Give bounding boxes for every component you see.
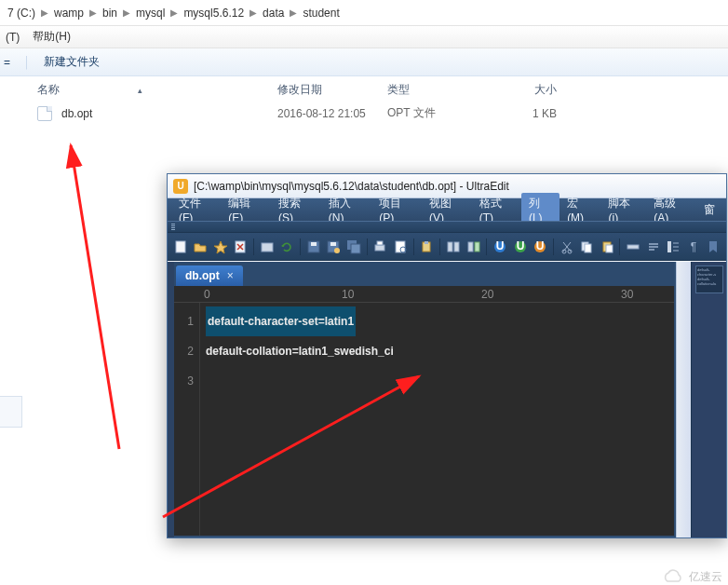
svg-rect-33 xyxy=(627,245,639,249)
cut-icon[interactable] xyxy=(558,238,576,256)
ue-blue-icon[interactable]: U xyxy=(491,238,509,256)
svg-marker-1 xyxy=(214,241,227,253)
crumb-mysqlver[interactable]: mysql5.6.12 xyxy=(180,7,248,20)
ue-title-text: [C:\wamp\bin\mysql\mysql5.6.12\data\stud… xyxy=(194,180,509,193)
explorer-menubar: (T) 帮助(H) xyxy=(0,26,728,48)
save-as-icon[interactable] xyxy=(325,238,344,256)
crumb-student[interactable]: student xyxy=(299,7,343,20)
ue-orange-icon[interactable]: U xyxy=(531,238,549,256)
print-preview-icon[interactable] xyxy=(391,238,410,256)
open-file-icon[interactable] xyxy=(192,238,210,256)
ue-green-icon[interactable]: U xyxy=(511,238,530,256)
crumb-wamp[interactable]: wamp xyxy=(50,7,88,20)
vertical-scrollbar[interactable] xyxy=(676,262,691,537)
svg-rect-0 xyxy=(176,241,185,252)
col-name[interactable]: 名称 xyxy=(37,82,60,98)
file-tab-dbopt[interactable]: db.opt × xyxy=(176,265,243,286)
cloud-icon xyxy=(661,568,685,585)
crumb-mysql[interactable]: mysql xyxy=(132,7,169,20)
menu-help[interactable]: 帮助(H) xyxy=(29,27,74,47)
column-headers[interactable]: 名称▴ 修改日期 类型 大小 xyxy=(0,76,728,102)
svg-rect-30 xyxy=(585,244,591,252)
spaces-icon[interactable]: ¶ xyxy=(684,238,703,256)
svg-rect-17 xyxy=(448,242,452,252)
copy-icon[interactable] xyxy=(577,238,596,256)
linenum-icon[interactable] xyxy=(664,238,682,256)
code-line-1[interactable]: default-character-set=latin1 xyxy=(206,306,356,336)
templates-icon[interactable] xyxy=(258,238,276,256)
chevron-right-icon: ▶ xyxy=(121,7,132,18)
favorite-icon[interactable] xyxy=(211,238,230,256)
col-type[interactable]: 类型 xyxy=(387,82,501,98)
paste-icon[interactable] xyxy=(598,238,616,256)
print-icon[interactable] xyxy=(371,238,390,256)
ue-minimap-pane[interactable]: default-character-s default-collation=la xyxy=(691,262,726,537)
svg-text:U: U xyxy=(516,239,524,252)
ruler-tick: 20 xyxy=(481,288,493,301)
chevron-right-icon: ▶ xyxy=(169,7,180,18)
watermark-text: 亿速云 xyxy=(689,569,722,585)
svg-rect-3 xyxy=(262,243,273,252)
toolbar-left-item[interactable]: = xyxy=(4,56,10,69)
separator-icon xyxy=(253,238,254,255)
tab-close-icon[interactable]: × xyxy=(227,269,234,282)
grip-icon[interactable] xyxy=(171,224,175,231)
bookmark-icon[interactable] xyxy=(705,238,723,256)
new-file-icon[interactable] xyxy=(171,238,190,256)
sort-asc-icon[interactable]: ▴ xyxy=(138,86,142,95)
svg-rect-16 xyxy=(425,241,428,244)
file-type: OPT 文件 xyxy=(387,105,501,121)
save-icon[interactable] xyxy=(304,238,323,256)
ue-toolbar[interactable]: U U U ¶ xyxy=(168,233,726,261)
ue-left-gutter xyxy=(168,262,174,537)
svg-rect-34 xyxy=(667,241,671,252)
svg-line-36 xyxy=(71,145,119,449)
ruler-tick: 30 xyxy=(621,288,633,301)
code-area[interactable]: 1 2 3 default-character-set=latin1 defau… xyxy=(174,303,674,536)
crumb-drive[interactable]: 7 (C:) xyxy=(4,7,39,20)
svg-rect-11 xyxy=(375,245,384,251)
ruler-icon[interactable] xyxy=(624,238,642,256)
explorer-breadcrumbs[interactable]: 7 (C:)▶ wamp▶ bin▶ mysql▶ mysql5.6.12▶ d… xyxy=(0,0,728,26)
code-text[interactable]: default-character-set=latin1 default-col… xyxy=(200,303,674,536)
new-folder-button[interactable]: 新建文件夹 xyxy=(44,54,100,70)
crumb-bin[interactable]: bin xyxy=(99,7,121,20)
svg-rect-12 xyxy=(377,241,383,245)
crumb-data[interactable]: data xyxy=(259,7,288,20)
ue-toolstrip-handle[interactable] xyxy=(168,221,726,233)
file-name[interactable]: db.opt xyxy=(61,107,277,120)
separator-icon xyxy=(553,238,554,255)
minimap-thumbnail[interactable]: default-character-s default-collation=la xyxy=(695,265,723,293)
code-line-2[interactable]: default-collation=latin1_swedish_ci xyxy=(206,336,670,366)
chevron-right-icon: ▶ xyxy=(88,7,99,18)
menu-t[interactable]: (T) xyxy=(2,29,23,46)
file-icon xyxy=(37,106,52,121)
ue-menubar[interactable]: 文件(F) 编辑(E) 搜索(S) 插入(N) 项目(P) 视图(V) 格式(T… xyxy=(168,198,726,221)
separator-icon xyxy=(486,238,487,255)
menu-more[interactable]: 窗 xyxy=(696,199,722,221)
line-num-3: 3 xyxy=(174,366,194,396)
svg-text:U: U xyxy=(536,239,545,252)
clipboard-icon[interactable] xyxy=(418,238,437,256)
revert-icon[interactable] xyxy=(278,238,297,256)
ue-tab-bar[interactable]: db.opt × xyxy=(174,262,674,286)
line-num-1: 1 xyxy=(174,306,194,336)
col-date[interactable]: 修改日期 xyxy=(277,82,387,98)
wrap-icon[interactable] xyxy=(644,238,663,256)
svg-rect-20 xyxy=(475,242,479,252)
file-row[interactable]: db.opt 2016-08-12 21:05 OPT 文件 1 KB xyxy=(0,102,728,125)
close-file-icon[interactable] xyxy=(232,238,250,256)
ultraedit-window[interactable]: U [C:\wamp\bin\mysql\mysql5.6.12\data\st… xyxy=(167,173,727,538)
svg-rect-18 xyxy=(454,242,459,252)
col-size[interactable]: 大小 xyxy=(501,82,557,98)
compare-r-icon[interactable] xyxy=(465,238,483,256)
separator-icon xyxy=(300,238,301,255)
save-all-icon[interactable] xyxy=(344,238,363,256)
svg-rect-10 xyxy=(351,244,360,253)
divider-icon: │ xyxy=(23,56,31,69)
tab-label: db.opt xyxy=(185,269,220,282)
separator-icon xyxy=(367,238,368,255)
ue-editor[interactable]: db.opt × 0 10 20 30 1 2 3 default-charac… xyxy=(174,262,674,536)
svg-rect-32 xyxy=(606,245,613,252)
compare-l-icon[interactable] xyxy=(444,238,463,256)
